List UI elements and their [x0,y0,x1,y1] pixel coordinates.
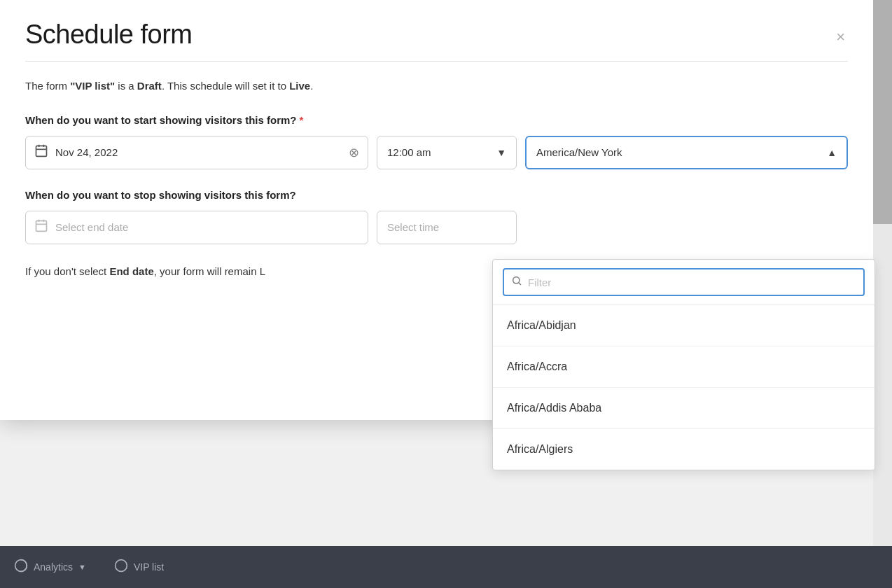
end-time-placeholder: Select time [387,221,439,233]
chevron-down-icon: ▼ [496,147,506,158]
calendar-icon [34,144,48,161]
close-button[interactable]: × [833,25,848,49]
end-section-label: When do you want to stop showing visitor… [25,189,848,201]
timezone-list: Africa/Abidjan Africa/Accra Africa/Addis… [493,305,874,470]
timezone-panel: Africa/Abidjan Africa/Accra Africa/Addis… [492,259,875,470]
list-item[interactable]: Africa/Addis Ababa [493,388,874,429]
modal-title: Schedule form [25,20,193,50]
vip-icon [114,559,128,576]
timezone-dropdown[interactable]: America/New York ▲ [525,136,848,169]
analytics-chevron-icon: ▼ [78,563,86,571]
footer-bold: End date [109,265,153,277]
vip-label: VIP list [134,561,164,573]
start-date-input[interactable]: Nov 24, 2022 ⊗ [25,136,368,169]
start-section-label: When do you want to start showing visito… [25,114,848,126]
header-divider [25,61,848,62]
calendar-icon-end [34,218,48,236]
bottom-bar: Analytics ▼ VIP list [0,546,892,588]
list-item[interactable]: Africa/Accra [493,346,874,388]
analytics-icon [14,559,28,576]
search-icon [511,275,522,289]
description-prefix: The form [25,80,70,92]
start-time-dropdown[interactable]: 12:00 am ▼ [377,136,517,169]
svg-point-11 [116,559,127,571]
list-item[interactable]: Africa/Abidjan [493,305,874,346]
list-item[interactable]: Africa/Algiers [493,429,874,470]
modal-scrollbar[interactable] [873,0,892,588]
start-time-value: 12:00 am [387,146,431,158]
description-end: . [310,80,313,92]
end-time-dropdown[interactable]: Select time [377,211,517,244]
scrollbar-thumb[interactable] [873,0,892,224]
start-form-row: Nov 24, 2022 ⊗ 12:00 am ▼ America/New Yo… [25,136,848,169]
analytics-nav-item[interactable]: Analytics ▼ [14,559,86,576]
required-marker: * [300,114,304,126]
description-suffix: . This schedule will set it to [162,80,289,92]
chevron-up-icon: ▲ [827,147,837,158]
end-form-row: Select end date Select time [25,211,848,244]
vip-nav-item[interactable]: VIP list [114,559,164,576]
start-date-value: Nov 24, 2022 [55,146,342,158]
current-status: Draft [137,80,162,92]
modal-header: Schedule form × [25,20,848,50]
timezone-search-row [493,260,874,305]
timezone-filter-input[interactable] [528,276,856,288]
form-name: "VIP list" [70,80,115,92]
end-date-placeholder: Select end date [55,221,128,233]
new-status: Live [289,80,310,92]
footer-suffix: , your form will remain L [154,265,265,277]
svg-rect-4 [36,220,47,231]
svg-rect-0 [36,146,47,156]
footer-prefix: If you don't select [25,265,109,277]
timezone-value: America/New York [536,146,622,158]
timezone-search-wrapper [503,268,865,296]
analytics-label: Analytics [34,561,73,573]
svg-point-8 [513,277,520,284]
form-description: The form "VIP list" is a Draft. This sch… [25,78,848,94]
description-middle: is a [115,80,137,92]
end-date-input[interactable]: Select end date [25,211,368,244]
svg-line-9 [519,283,521,285]
clear-date-icon[interactable]: ⊗ [349,145,359,160]
